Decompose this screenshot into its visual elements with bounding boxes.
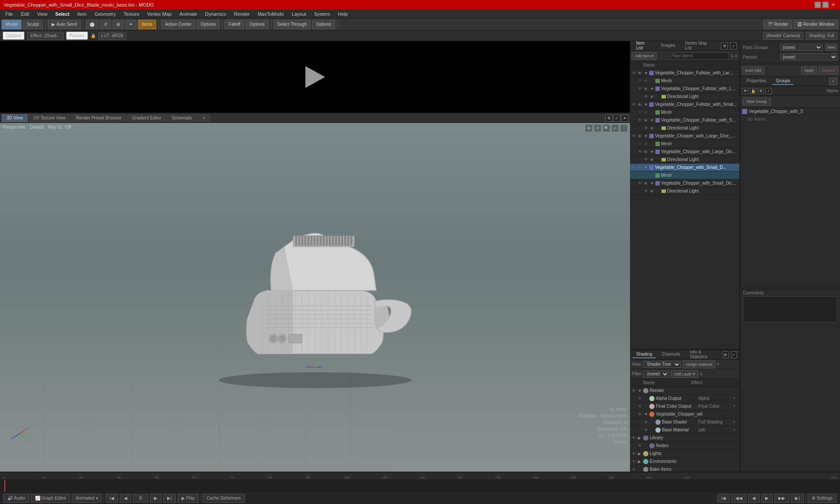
groups-lock-icon[interactable]: 🔒 [750, 88, 756, 94]
shader-content[interactable]: 👁 ▼ Render 👁 ▶ Alpha Output Alpha ▾ 👁 [630, 387, 739, 472]
expand-icon[interactable]: ▼ [644, 102, 649, 107]
close-button[interactable]: ✕ [830, 2, 836, 8]
options1-button[interactable]: Options [197, 20, 220, 29]
render-eye-icon[interactable]: ▣ [650, 126, 656, 130]
3d-viewport[interactable]: Perspective Default Ray GL: Off ⚙ ↺ 🔍 ⤢ … [0, 123, 630, 472]
viewport-expand-icon[interactable]: ⤢ [613, 115, 620, 122]
item-row[interactable]: 👁 ▣ ▶ Mesh [630, 77, 739, 85]
new-group-button[interactable]: New Group [743, 98, 771, 105]
select-through-button[interactable]: Select Through [273, 20, 311, 29]
graph-editor-button[interactable]: 📈 Graph Editor [31, 494, 70, 503]
shader-eye-icon[interactable]: 👁 [638, 404, 644, 409]
animated-button[interactable]: Animated ▾ [72, 494, 102, 503]
shader-row[interactable]: 👁 ▶ Bake Items [630, 466, 739, 472]
menu-render[interactable]: Render [231, 10, 253, 18]
tab-gradient-editor[interactable]: Gradient Editor [127, 114, 166, 122]
passes-select[interactable]: (none) [780, 53, 837, 60]
item-list-settings-icon[interactable]: ⚙ [721, 42, 728, 49]
render-button[interactable]: 🎬 Render [763, 20, 792, 29]
menu-view[interactable]: View [34, 10, 51, 18]
next-key-button[interactable]: ▶| [163, 494, 176, 503]
shader-eye-icon[interactable]: 👁 [644, 420, 650, 424]
shader-row[interactable]: 👁 ▶ Environments [630, 458, 739, 466]
item-row[interactable]: 👁 ▣ ▼ Vegetable_Chopper_with_Large_Dice … [630, 148, 739, 156]
item-row[interactable]: 👁 ▣ ▼ Vegetable_Chopper_Fullstar_with_La… [630, 69, 739, 77]
shader-row[interactable]: 👁 ▶ Base Shader Full Shading ▾ [630, 418, 739, 426]
item-row[interactable]: 👁 ▣ ▼ Vegetable_Chopper_with_Small_Dice_… [630, 179, 739, 187]
shader-tree-select[interactable]: Shader Tree [643, 361, 681, 368]
shader-eye-icon[interactable]: 👁 [632, 467, 638, 472]
shader-eye-icon[interactable]: 👁 [644, 428, 650, 432]
item-row[interactable]: 👁 ▣ ▶ Directional Light [630, 93, 739, 101]
menu-system[interactable]: System [311, 10, 334, 18]
tab-info-stats[interactable]: Info & Statistics [686, 349, 718, 361]
item-list-expand-icon[interactable]: ⤢ [730, 42, 737, 49]
eye-icon[interactable]: 👁 [638, 86, 644, 91]
viewport-extra-btn[interactable]: ⋮ [620, 125, 627, 132]
toolbar-scale-button[interactable]: ⊞ [112, 20, 124, 29]
apply-button[interactable]: Apply [801, 66, 817, 74]
shader-row[interactable]: 👁 ▶ Alpha Output Alpha ▾ [630, 395, 739, 402]
frame-input[interactable] [133, 494, 148, 502]
auto-add-button[interactable]: Auto Add [742, 66, 764, 74]
viewport-close-icon[interactable]: ✕ [621, 115, 628, 122]
shader-eye-icon[interactable]: 👁 [638, 396, 644, 401]
menu-texture[interactable]: Texture [120, 10, 143, 18]
groups-eye-icon[interactable]: 👁 [742, 88, 748, 94]
expand-icon[interactable]: ▼ [644, 134, 649, 138]
menu-dynamics[interactable]: Dynamics [202, 10, 230, 18]
shader-filter-select[interactable]: (none) [643, 371, 669, 378]
groups-settings-icon[interactable]: ⚙ [758, 88, 764, 94]
eye-icon[interactable]: 👁 [638, 181, 644, 186]
tab-vertex-map[interactable]: Vertex Map List [681, 40, 716, 52]
transport-btn-1[interactable]: |◀ [718, 494, 730, 503]
render-eye-icon[interactable]: ▣ [644, 150, 650, 154]
tab-images[interactable]: Images [658, 42, 679, 49]
item-row[interactable]: 👁 ▣ ▼ Vegetable_Chopper_Fullstar_with_Sm… [630, 101, 739, 108]
item-row[interactable]: 👁 ▣ ▶ Directional Light [630, 124, 739, 132]
eye-icon[interactable]: 👁 [644, 189, 650, 193]
shader-row[interactable]: 👁 ▶ Nodes [630, 442, 739, 450]
playhead[interactable] [4, 480, 5, 492]
shader-eye-icon[interactable]: 👁 [632, 452, 638, 456]
expand-icon[interactable]: ▼ [650, 118, 655, 122]
render-eye-icon[interactable]: ▣ [638, 134, 644, 138]
item-row[interactable]: 👁 ▣ ▼ Vegetable_Chopper_Fullstar_with_La… [630, 85, 739, 93]
item-row[interactable]: 👁 ▣ ▼ Vegetable_Chopper_with_Small_D... [630, 164, 739, 172]
item-row[interactable]: 👁 ▣ ▶ Directional Light [630, 187, 739, 195]
render-eye-icon[interactable]: ▣ [638, 165, 644, 169]
render-window-button[interactable]: 🖼 Render Window [794, 20, 838, 29]
render-eye-icon[interactable]: ▣ [650, 158, 656, 161]
viewport-orbit-btn[interactable]: ↺ [594, 125, 601, 132]
options3-button[interactable]: Options [312, 20, 335, 29]
eye-icon[interactable]: 👁 [638, 110, 644, 115]
transport-btn-4[interactable]: ▶ [761, 494, 773, 503]
eye-icon[interactable]: 👁 [644, 126, 650, 130]
expand-icon[interactable]: ▼ [644, 71, 649, 75]
shader-row[interactable]: 👁 ▼ Render [630, 387, 739, 395]
viewport-expand2-btn[interactable]: ⤢ [612, 125, 619, 132]
shader-expand-icon[interactable]: ▼ [644, 412, 649, 416]
eye-icon[interactable]: 👁 [638, 173, 644, 178]
add-group-button[interactable]: + [829, 77, 837, 85]
eye-icon[interactable]: 👁 [632, 70, 638, 75]
render-eye-icon[interactable]: ▣ [644, 142, 650, 146]
expand-icon[interactable]: ▼ [650, 150, 655, 154]
shader-expand-icon[interactable]: ▼ [638, 388, 643, 393]
eye-icon[interactable]: 👁 [632, 102, 638, 107]
menu-maxtomodo[interactable]: MaxToModo [254, 10, 287, 18]
expand-icon[interactable]: ▼ [650, 181, 655, 186]
action-center-button[interactable]: Action Center [161, 20, 196, 29]
item-row[interactable]: 👁 ▣ ▶ Mesh [630, 108, 739, 116]
shader-eye-icon[interactable]: 👁 [632, 388, 638, 393]
shader-expand-icon[interactable]: ⤢ [731, 351, 737, 358]
shader-eye-icon[interactable]: 👁 [638, 444, 644, 448]
shader-eye-icon[interactable]: 👁 [632, 459, 638, 464]
shader-eye-icon[interactable]: 👁 [632, 436, 638, 440]
render-eye-icon[interactable]: ▣ [650, 189, 656, 193]
transport-btn-2[interactable]: ◀◀ [732, 494, 746, 503]
eye-icon[interactable]: 👁 [632, 133, 638, 138]
render-eye-icon[interactable]: ▣ [644, 87, 650, 91]
transport-btn-6[interactable]: ▶| [791, 494, 804, 503]
discard-button[interactable]: Discard [819, 66, 838, 74]
